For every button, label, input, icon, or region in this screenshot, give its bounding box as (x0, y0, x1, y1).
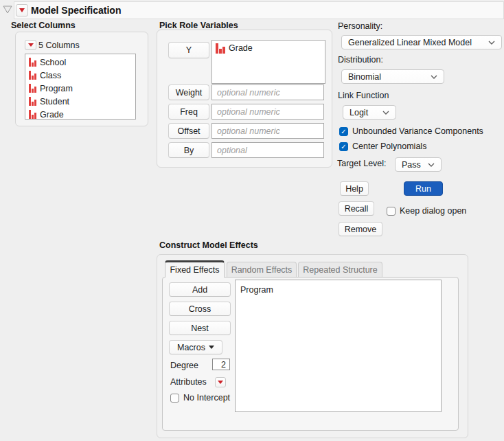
y-role-item-label: Grade (229, 43, 253, 53)
personality-dropdown[interactable]: Generalized Linear Mixed Model (341, 35, 502, 49)
column-item-label: Student (40, 97, 69, 106)
chevron-down-icon (382, 111, 389, 115)
target-level-dropdown[interactable]: Pass (395, 157, 442, 172)
column-item[interactable]: Student (25, 95, 135, 108)
nominal-column-icon (29, 84, 36, 93)
unbounded-variance-option[interactable]: ✓ Unbounded Variance Components (339, 126, 483, 136)
center-polynomials-option[interactable]: ✓ Center Polynomials (339, 142, 426, 151)
nominal-column-icon (29, 58, 36, 67)
tab-label: Repeated Structure (303, 265, 377, 275)
chevron-down-icon (428, 163, 435, 167)
y-role-button[interactable]: Y (168, 42, 209, 58)
red-triangle-icon (218, 381, 223, 384)
freq-role-button[interactable]: Freq (168, 104, 209, 120)
weight-role-box[interactable]: optional numeric (211, 84, 324, 100)
keep-dialog-open-checkbox[interactable] (387, 207, 396, 216)
column-item-label: Grade (40, 110, 64, 120)
tab-label: Random Effects (231, 265, 293, 275)
tab-label: Fixed Effects (170, 265, 219, 275)
column-item[interactable]: Program (25, 82, 135, 95)
personality-label: Personality: (338, 21, 382, 31)
target-level-value: Pass (402, 160, 421, 170)
degree-label: Degree (170, 361, 198, 370)
y-role-box[interactable]: Grade (211, 40, 325, 84)
columns-count-label: 5 Columns (38, 41, 80, 50)
red-triangle-icon (19, 8, 25, 12)
weight-role-button[interactable]: Weight (168, 84, 209, 100)
offset-placeholder: optional numeric (217, 126, 280, 136)
keep-dialog-open-option[interactable]: Keep dialog open (387, 206, 466, 216)
active-tab-join (165, 277, 224, 278)
by-role-button[interactable]: By (168, 142, 209, 158)
page-title: Model Specification (31, 5, 121, 16)
cross-effect-button[interactable]: Cross (169, 302, 231, 316)
nominal-column-icon (29, 97, 36, 106)
link-function-dropdown[interactable]: Logit (343, 105, 396, 120)
help-button[interactable]: Help (340, 181, 369, 196)
unbounded-variance-label: Unbounded Variance Components (352, 126, 483, 136)
triangle-down-icon (209, 346, 214, 349)
offset-role-box[interactable]: optional numeric (211, 123, 324, 139)
run-button[interactable]: Run (404, 181, 443, 196)
effect-item-label: Program (240, 285, 273, 295)
distribution-dropdown[interactable]: Binomial (341, 69, 444, 84)
tab-random-effects[interactable]: Random Effects (227, 262, 297, 277)
no-intercept-checkbox[interactable] (170, 394, 179, 403)
columns-menu-button[interactable] (25, 40, 36, 50)
column-item-label: Class (40, 71, 61, 80)
link-function-value: Logit (350, 108, 368, 117)
tab-repeated-structure[interactable]: Repeated Structure (298, 262, 382, 277)
columns-listbox: School Class Program Student Grade (25, 54, 136, 120)
column-item[interactable]: School (25, 56, 135, 69)
tab-fixed-effects[interactable]: Fixed Effects (165, 260, 225, 278)
chevron-down-icon (488, 41, 495, 45)
by-role-box[interactable]: optional (211, 142, 324, 158)
nominal-column-icon (29, 71, 36, 80)
link-function-label: Link Function (338, 91, 389, 100)
unbounded-variance-checkbox[interactable]: ✓ (339, 127, 348, 136)
no-intercept-label: No Intercept (183, 393, 230, 403)
effects-listbox[interactable]: Program (235, 280, 442, 412)
keep-dialog-open-label: Keep dialog open (400, 206, 466, 216)
model-spec-menu-button[interactable] (16, 4, 28, 16)
red-triangle-icon (28, 43, 34, 47)
nest-effect-button[interactable]: Nest (169, 321, 231, 335)
weight-placeholder: optional numeric (217, 88, 280, 98)
no-intercept-option[interactable]: No Intercept (170, 393, 230, 403)
recall-button[interactable]: Recall (339, 201, 374, 216)
add-effect-button[interactable]: Add (169, 282, 231, 297)
column-item-label: Program (40, 84, 73, 93)
chevron-down-icon (431, 75, 437, 79)
attributes-label: Attributes (170, 377, 207, 387)
personality-value: Generalized Linear Mixed Model (348, 38, 472, 47)
select-columns-label: Select Columns (11, 21, 76, 30)
center-polynomials-label: Center Polynomials (352, 142, 426, 151)
construct-effects-label: Construct Model Effects (159, 240, 258, 250)
remove-button[interactable]: Remove (339, 222, 382, 236)
center-polynomials-checkbox[interactable]: ✓ (339, 142, 348, 151)
column-item[interactable]: Grade (25, 108, 135, 121)
by-placeholder: optional (217, 146, 247, 155)
column-item[interactable]: Class (25, 69, 135, 82)
degree-input[interactable]: 2 (212, 359, 230, 370)
target-level-label: Target Level: (337, 159, 387, 168)
nominal-column-icon (29, 110, 36, 119)
offset-role-button[interactable]: Offset (168, 123, 209, 139)
freq-role-box[interactable]: optional numeric (211, 104, 324, 120)
freq-placeholder: optional numeric (217, 107, 280, 117)
y-role-item[interactable]: Grade (212, 41, 325, 56)
macros-label: Macros (177, 343, 205, 352)
macros-button[interactable]: Macros (169, 340, 222, 354)
nominal-column-icon (216, 43, 225, 54)
distribution-label: Distribution: (338, 55, 383, 65)
pick-roles-label: Pick Role Variables (159, 21, 238, 30)
distribution-value: Binomial (348, 72, 381, 82)
column-item-label: School (40, 58, 66, 67)
outline-disclosure-icon[interactable] (3, 5, 12, 14)
effect-item[interactable]: Program (236, 283, 441, 296)
outline-header: Model Specification (14, 1, 504, 19)
attributes-menu-button[interactable] (215, 377, 226, 387)
